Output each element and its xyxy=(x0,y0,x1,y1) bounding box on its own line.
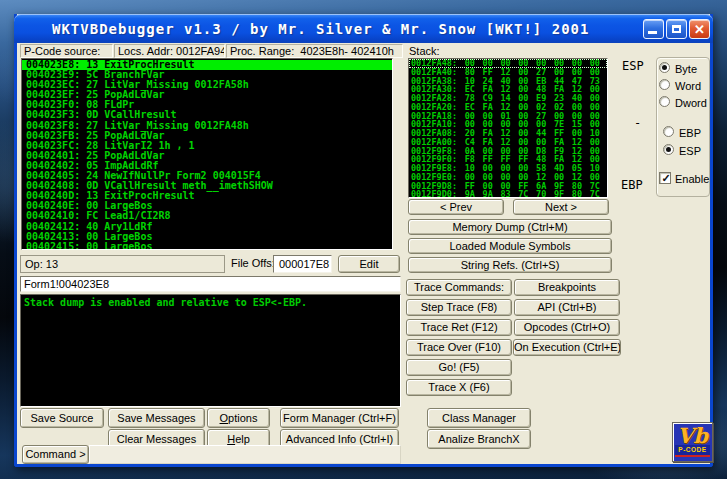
esp-radio-label: ESP xyxy=(679,145,701,157)
pcode-logo-text: P-CODE xyxy=(675,445,710,457)
ebp-label: EBP xyxy=(621,178,643,192)
ebp-radio-label: EBP xyxy=(679,127,701,139)
next-button[interactable]: Next > xyxy=(513,199,609,215)
edit-button[interactable]: Edit xyxy=(338,255,400,273)
loaded-module-symbols-button[interactable]: Loaded Module Symbols xyxy=(408,238,612,254)
locals-address-label: Locs. Addr: 0012FA94h xyxy=(114,44,225,58)
step-trace-button[interactable]: Step Trace (F8) xyxy=(406,299,512,316)
stack-label: Stack: xyxy=(409,45,440,57)
analize-branchx-button[interactable]: Analize BranchX xyxy=(427,429,531,449)
string-refs-button[interactable]: String Refs. (Ctrl+S) xyxy=(408,257,612,273)
save-source-button[interactable]: Save Source xyxy=(20,408,104,428)
prev-button[interactable]: < Prev xyxy=(408,199,504,215)
trace-ret-button[interactable]: Trace Ret (F12) xyxy=(406,319,512,336)
byte-radio-label: Byte xyxy=(675,63,697,75)
pcode-listing[interactable]: 004023E8: 13 ExitProcHresult004023E9: 5C… xyxy=(21,58,393,250)
memory-dump-button[interactable]: Memory Dump (Ctrl+M) xyxy=(408,219,612,235)
file-offset-input[interactable]: 000017E8 xyxy=(273,255,332,273)
proc-name-field[interactable]: Form1!004023E8 xyxy=(20,276,401,292)
file-offset-label: File Offs: xyxy=(231,257,275,269)
stack-dump[interactable]: 0012FA48: 00 00 00 00 00 00 00 000012FA4… xyxy=(408,58,608,198)
maximize-button[interactable] xyxy=(666,19,687,39)
trace-commands-button[interactable]: Trace Commands: xyxy=(406,279,512,296)
class-manager-button[interactable]: Class Manager xyxy=(427,408,531,428)
trace-over-button[interactable]: Trace Over (F10) xyxy=(406,339,512,356)
pcode-line[interactable]: 00402415: 00 LargeBos xyxy=(22,242,392,250)
byte-radio[interactable] xyxy=(659,62,670,73)
proc-range-label: Proc. Range: 4023E8h- 402410h xyxy=(226,44,403,58)
message-text: Stack dump is enabled and relative to ES… xyxy=(24,297,307,308)
minimize-button[interactable] xyxy=(643,19,664,39)
breakpoints-button[interactable]: Breakpoints xyxy=(514,279,620,296)
on-execution-button[interactable]: On Execution (Ctrl+E) xyxy=(513,339,621,356)
word-radio[interactable] xyxy=(659,79,670,90)
window-title: WKTVBDebugger v1.3 / by Mr. Silver & Mr.… xyxy=(52,21,612,37)
opcode-field: Op: 13 xyxy=(20,255,225,273)
trace-x-button[interactable]: Trace X (F6) xyxy=(406,379,512,396)
ebp-radio[interactable] xyxy=(663,126,674,137)
command-input[interactable] xyxy=(89,445,401,464)
api-breakpoint-button[interactable]: API (Ctrl+B) xyxy=(514,299,620,316)
pcode-line[interactable]: 00402410: FC Lead1/CI2R8 xyxy=(22,211,392,221)
save-messages-button[interactable]: Save Messages xyxy=(108,408,205,428)
esp-ebp-separator: - xyxy=(634,116,641,130)
command-button[interactable]: Command > xyxy=(22,445,89,464)
options-button[interactable]: Options xyxy=(207,408,270,428)
vb-pcode-logo: Vb P-CODE xyxy=(672,422,713,462)
dword-radio-label: Dword xyxy=(675,97,707,109)
close-button[interactable] xyxy=(689,19,710,39)
dword-radio[interactable] xyxy=(659,96,670,107)
enable-checkbox[interactable] xyxy=(659,172,671,184)
esp-radio[interactable] xyxy=(663,144,674,155)
esp-label: ESP xyxy=(622,59,644,73)
stack-line[interactable]: 0012F9D0: 9A 9A 83 7C 70 9F 80 7C xyxy=(409,190,607,198)
desktop-background: WKTVBDebugger v1.3 / by Mr. Silver & Mr.… xyxy=(0,0,727,479)
form-manager-button[interactable]: Form Manager (Ctrl+F) xyxy=(280,408,399,428)
go-button[interactable]: Go! (F5) xyxy=(406,359,512,376)
messages-console[interactable]: Stack dump is enabled and relative to ES… xyxy=(20,294,401,407)
word-radio-label: Word xyxy=(675,80,701,92)
enable-checkbox-label: Enable xyxy=(675,173,709,185)
pcode-source-label: P-Code source: xyxy=(20,44,113,58)
opcodes-button[interactable]: Opcodes (Ctrl+O) xyxy=(514,319,620,336)
